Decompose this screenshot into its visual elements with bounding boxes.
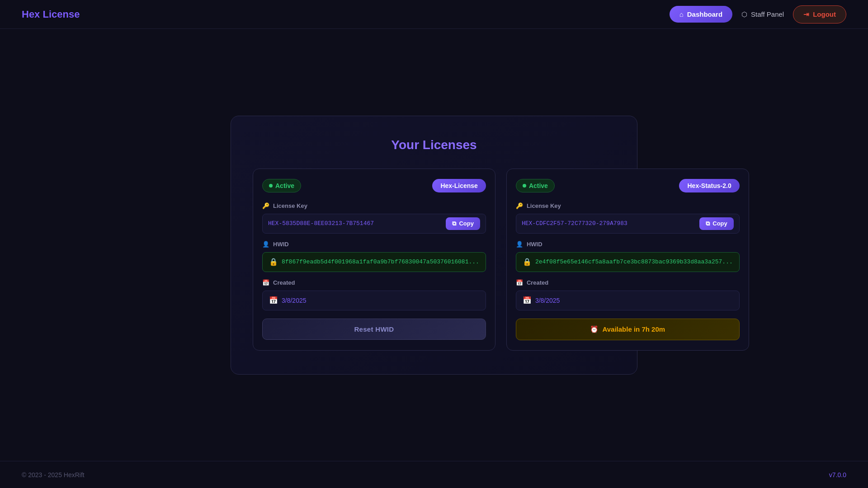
cal-icon-1: 📅 <box>269 296 278 305</box>
hwid-value-2: 2e4f08f5e65e146cf5a8aafb7ce3bc8873bac936… <box>535 258 733 265</box>
logout-label: Logout <box>813 10 836 18</box>
date-value-1: 3/8/2025 <box>282 297 307 304</box>
staff-panel-button[interactable]: ⬡ Staff Panel <box>741 10 784 19</box>
home-icon: ⌂ <box>679 10 684 18</box>
copy-icon-1: ⧉ <box>452 220 456 227</box>
copyright: © 2023 - 2025 HexRift <box>22 471 85 479</box>
license-key-value-2: HEX-CDFC2F57-72C77320-279A7983 <box>522 220 699 227</box>
status-dot-1 <box>269 184 273 188</box>
date-field-1: 📅 3/8/2025 <box>262 291 486 310</box>
license-key-value-1: HEX-5835D88E-8EE03213-7B751467 <box>268 220 446 227</box>
clock-icon: ⏰ <box>590 325 599 333</box>
cal-icon-2: 📅 <box>523 296 532 305</box>
status-dot-2 <box>523 184 526 188</box>
logout-button[interactable]: ⇥ Logout <box>793 5 846 23</box>
license-key-field-2: HEX-CDFC2F57-72C77320-279A7983 ⧉ Copy <box>516 214 740 234</box>
license-key-field-1: HEX-5835D88E-8EE03213-7B751467 ⧉ Copy <box>262 214 486 234</box>
created-section-2: 📅 Created <box>516 279 740 286</box>
calendar-icon-2: 📅 <box>516 279 523 286</box>
hwid-section-2: 👤 HWID <box>516 241 740 248</box>
shield-icon: ⬡ <box>741 10 747 19</box>
status-label-1: Active <box>275 182 294 189</box>
brand-title: Hex License <box>22 9 80 20</box>
date-value-2: 3/8/2025 <box>535 297 560 304</box>
version: v7.0.0 <box>829 471 846 479</box>
user-icon-2: 👤 <box>516 241 523 248</box>
card-header-1: Active Hex-License <box>262 179 486 192</box>
product-badge-1: Hex-License <box>432 179 486 192</box>
available-timer-button: ⏰ Available in 7h 20m <box>516 319 740 340</box>
date-field-2: 📅 3/8/2025 <box>516 291 740 310</box>
staff-panel-label: Staff Panel <box>751 10 784 18</box>
status-badge-2: Active <box>516 179 555 192</box>
dashboard-button[interactable]: ⌂ Dashboard <box>670 6 732 23</box>
copy-button-2[interactable]: ⧉ Copy <box>699 217 734 230</box>
hwid-section-1: 👤 HWID <box>262 241 486 248</box>
licenses-grid: Active Hex-License 🔑 License Key HEX-583… <box>253 169 615 351</box>
copy-label-2: Copy <box>712 220 727 227</box>
lock-icon-1: 🔒 <box>269 258 278 266</box>
license-key-section-1: 🔑 License Key <box>262 202 486 209</box>
calendar-icon-1: 📅 <box>262 279 269 286</box>
available-label: Available in 7h 20m <box>602 325 665 333</box>
key-icon-2: 🔑 <box>516 202 523 209</box>
license-card-1: Active Hex-License 🔑 License Key HEX-583… <box>253 169 495 351</box>
product-badge-2: Hex-Status-2.0 <box>679 179 739 192</box>
header: Hex License ⌂ Dashboard ⬡ Staff Panel ⇥ … <box>0 0 868 29</box>
created-section-1: 📅 Created <box>262 279 486 286</box>
card-header-2: Active Hex-Status-2.0 <box>516 179 740 192</box>
hwid-field-2: 🔒 2e4f08f5e65e146cf5a8aafb7ce3bc8873bac9… <box>516 252 740 272</box>
copy-label-1: Copy <box>459 220 474 227</box>
hwid-value-1: 8f867f9eadb5d4f001968a1faf0a9b7bf7683004… <box>282 258 479 265</box>
status-badge-1: Active <box>262 179 301 192</box>
page-title: Your Licenses <box>253 138 615 152</box>
key-icon-1: 🔑 <box>262 202 269 209</box>
logout-icon: ⇥ <box>803 10 809 19</box>
dashboard-label: Dashboard <box>687 10 722 18</box>
lock-icon-2: 🔒 <box>523 258 532 266</box>
licenses-card: Your Licenses Active Hex-License 🔑 Licen… <box>231 116 637 375</box>
copy-icon-2: ⧉ <box>706 220 710 227</box>
reset-hwid-button[interactable]: Reset HWID <box>262 319 486 340</box>
license-card-2: Active Hex-Status-2.0 🔑 License Key HEX-… <box>506 169 749 351</box>
status-label-2: Active <box>529 182 548 189</box>
user-icon-1: 👤 <box>262 241 269 248</box>
license-key-section-2: 🔑 License Key <box>516 202 740 209</box>
nav-right: ⌂ Dashboard ⬡ Staff Panel ⇥ Logout <box>670 5 846 23</box>
copy-button-1[interactable]: ⧉ Copy <box>446 217 480 230</box>
hwid-field-1: 🔒 8f867f9eadb5d4f001968a1faf0a9b7bf76830… <box>262 252 486 272</box>
footer: © 2023 - 2025 HexRift v7.0.0 <box>0 461 868 488</box>
main-wrapper: Your Licenses Active Hex-License 🔑 Licen… <box>0 29 868 461</box>
